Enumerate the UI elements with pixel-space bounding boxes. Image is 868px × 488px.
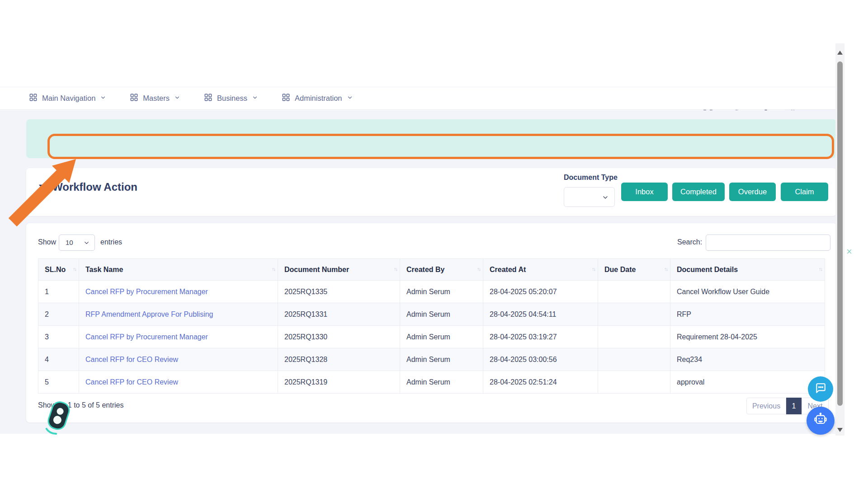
grid-icon: [204, 93, 212, 103]
column-header-slno[interactable]: SL.No↑↓: [38, 259, 79, 281]
chevron-down-icon: [252, 94, 258, 103]
document-type-label: Document Type: [564, 174, 618, 182]
cell-created-at: 28-04-2025 04:54:11: [483, 303, 598, 326]
cell-document-details: approval: [670, 371, 825, 394]
cell-task-name: Cancel RFP for CEO Review: [79, 348, 278, 371]
nav-item-masters[interactable]: Masters: [130, 93, 180, 103]
completed-button[interactable]: Completed: [672, 183, 725, 201]
cell-created-by: Admin Serum: [400, 348, 483, 371]
cell-document-number: 2025RQ1319: [278, 371, 400, 394]
cell-document-number: 2025RQ1330: [278, 326, 400, 348]
top-bar: BUVI 4 CRM3 Three Serum: [0, 40, 844, 87]
cell-slno: 3: [38, 326, 79, 348]
grid-icon: [130, 93, 138, 103]
column-header-document-number[interactable]: Document Number↑↓: [278, 259, 400, 281]
nav-item-main-navigation[interactable]: Main Navigation: [29, 93, 106, 103]
cell-task-name: RFP Amendment Approve For Publising: [79, 303, 278, 326]
task-table-card: Show 10 entries Search: SL.No↑↓ Task Nam…: [26, 223, 836, 422]
sort-icon: ↑↓: [272, 266, 275, 272]
cell-created-by: Admin Serum: [400, 281, 483, 303]
scroll-up-arrow[interactable]: [837, 51, 843, 55]
overdue-button[interactable]: Overdue: [729, 183, 776, 201]
cell-document-number: 2025RQ1328: [278, 348, 400, 371]
column-header-created-by[interactable]: Created By↑↓: [400, 259, 483, 281]
task-link[interactable]: Cancel RFP for CEO Review: [85, 378, 178, 386]
cell-document-details: Cancel Workflow User Guide: [670, 281, 825, 303]
chat-fab-button[interactable]: [808, 376, 833, 402]
sort-icon: ↑↓: [394, 266, 397, 272]
nav-label: Business: [217, 94, 247, 103]
chat-bubble-icon: [815, 382, 826, 396]
chevron-down-icon: [174, 94, 180, 103]
table-row: 2 RFP Amendment Approve For Publising 20…: [38, 303, 825, 326]
nav-item-business[interactable]: Business: [204, 93, 258, 103]
document-type-select[interactable]: [564, 187, 615, 207]
claim-button[interactable]: Claim: [781, 183, 828, 201]
filter-icon: [38, 183, 48, 193]
scroll-down-arrow[interactable]: [837, 428, 843, 432]
column-header-created-at[interactable]: Created At↑↓: [483, 259, 598, 281]
table-row: 4 Cancel RFP for CEO Review 2025RQ1328 A…: [38, 348, 825, 371]
inbox-button[interactable]: Inbox: [621, 183, 668, 201]
column-header-task-name[interactable]: Task Name↑↓: [79, 259, 278, 281]
page-title: Workflow Action: [52, 181, 137, 193]
cell-document-details: RFP: [670, 303, 825, 326]
cell-task-name: Cancel RFP for CEO Review: [79, 371, 278, 394]
cell-document-details: Requirement 28-04-2025: [670, 326, 825, 348]
nav-item-administration[interactable]: Administration: [282, 93, 353, 103]
cell-due-date: [598, 326, 670, 348]
table-row: 5 Cancel RFP for CEO Review 2025RQ1319 A…: [38, 371, 825, 394]
sort-icon: ↑↓: [73, 266, 76, 272]
scrollbar-thumb[interactable]: [837, 61, 843, 406]
previous-page-button[interactable]: Previous: [746, 398, 786, 414]
sort-icon: ↑↓: [819, 266, 822, 272]
nav-label: Administration: [295, 94, 342, 103]
tasks-table: SL.No↑↓ Task Name↑↓ Document Number↑↓ Cr…: [38, 258, 825, 394]
show-label: Show: [38, 238, 56, 246]
page-number-button[interactable]: 1: [786, 398, 802, 414]
column-header-document-details[interactable]: Document Details↑↓: [670, 259, 825, 281]
cell-slno: 2: [38, 303, 79, 326]
table-row: 3 Cancel RFP by Procurement Manager 2025…: [38, 326, 825, 348]
table-body: 1 Cancel RFP by Procurement Manager 2025…: [38, 281, 825, 394]
table-row: 1 Cancel RFP by Procurement Manager 2025…: [38, 281, 825, 303]
task-link[interactable]: Cancel RFP for CEO Review: [85, 356, 178, 363]
sort-icon: ↑↓: [592, 266, 595, 272]
entries-label: entries: [100, 238, 122, 246]
cell-due-date: [598, 371, 670, 394]
cell-created-at: 28-04-2025 03:19:27: [483, 326, 598, 348]
task-link[interactable]: RFP Amendment Approve For Publising: [85, 310, 213, 318]
nav-label: Main Navigation: [42, 94, 95, 103]
cell-document-details: Req234: [670, 348, 825, 371]
entries-summary: Showing 1 to 5 of 5 entries: [38, 401, 123, 409]
cell-due-date: [598, 348, 670, 371]
chevron-down-icon: [347, 94, 353, 103]
cell-created-by: Admin Serum: [400, 371, 483, 394]
cell-due-date: [598, 281, 670, 303]
sort-icon: ↑↓: [664, 266, 667, 272]
sort-icon: ↑↓: [477, 266, 480, 272]
task-link[interactable]: Cancel RFP by Procurement Manager: [85, 333, 208, 341]
cell-created-at: 28-04-2025 05:20:07: [483, 281, 598, 303]
task-link[interactable]: Cancel RFP by Procurement Manager: [85, 288, 208, 296]
grid-icon: [282, 93, 290, 103]
vertical-scrollbar[interactable]: [835, 43, 844, 436]
cell-slno: 5: [38, 371, 79, 394]
nav-label: Masters: [143, 94, 170, 103]
cell-document-number: 2025RQ1335: [278, 281, 400, 303]
assistant-fab-button[interactable]: [807, 407, 835, 435]
cell-slno: 4: [38, 348, 79, 371]
search-input[interactable]: [706, 235, 830, 251]
cell-created-at: 28-04-2025 02:51:24: [483, 371, 598, 394]
search-label: Search:: [677, 238, 702, 246]
cell-created-at: 28-04-2025 03:00:56: [483, 348, 598, 371]
column-header-due-date[interactable]: Due Date↑↓: [598, 259, 670, 281]
page-size-select[interactable]: 10: [59, 235, 95, 251]
cell-due-date: [598, 303, 670, 326]
chevron-down-icon: [100, 94, 106, 103]
alert-close-button[interactable]: ×: [846, 247, 852, 257]
main-navbar: Main Navigation Masters Business Adminis…: [0, 87, 844, 110]
cell-task-name: Cancel RFP by Procurement Manager: [79, 326, 278, 348]
grid-icon: [29, 93, 38, 103]
page-size-value: 10: [66, 239, 73, 246]
